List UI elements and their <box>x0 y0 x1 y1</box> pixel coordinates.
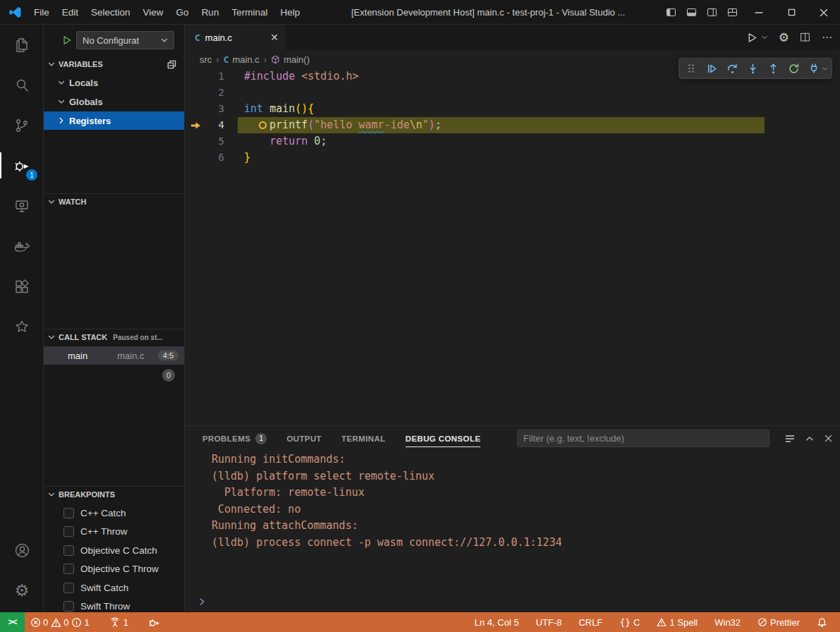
ports-status[interactable]: 1 <box>104 612 134 632</box>
code-editor[interactable]: 1#include <stdio.h>23int main(){4 printf… <box>185 68 840 400</box>
inline-breakpoint-icon[interactable] <box>259 121 267 129</box>
menu-terminal[interactable]: Terminal <box>225 0 274 24</box>
breadcrumb-file[interactable]: C main.c <box>224 54 260 65</box>
platform-status[interactable]: Win32 <box>709 612 746 632</box>
toggle-panel-icon[interactable] <box>681 0 702 25</box>
maximize-button[interactable] <box>775 0 808 25</box>
toggle-secondary-sidebar-icon[interactable] <box>702 0 722 25</box>
start-debug-play-icon[interactable] <box>62 35 72 45</box>
debug-current-line-arrow-icon[interactable] <box>185 117 206 133</box>
menu-edit[interactable]: Edit <box>56 0 85 24</box>
breakpoint-checkbox[interactable] <box>63 508 74 518</box>
variables-scope-registers[interactable]: Registers <box>44 111 184 130</box>
menu-go[interactable]: Go <box>170 0 195 24</box>
code-line-6[interactable]: 6} <box>185 150 840 166</box>
sidebar-item-favorites[interactable] <box>0 306 44 346</box>
sidebar-item-run-and-debug[interactable]: 1 <box>0 145 44 186</box>
variables-scope-locals[interactable]: Locals <box>44 73 184 92</box>
breakpoint-gutter[interactable] <box>185 133 206 150</box>
drag-grip-icon[interactable] <box>683 60 700 77</box>
menu-file[interactable]: File <box>28 0 56 24</box>
breakpoint-item[interactable]: Swift Throw <box>44 597 184 613</box>
settings-button[interactable]: ⚙ <box>0 571 44 611</box>
code-line-3[interactable]: 3int main(){ <box>185 101 840 117</box>
breakpoint-item[interactable]: C++ Catch <box>44 504 184 523</box>
menu-help[interactable]: Help <box>274 0 306 24</box>
close-icon[interactable]: ✕ <box>270 32 279 43</box>
collapse-all-icon[interactable] <box>166 59 177 70</box>
console-prompt-chevron-icon[interactable] <box>197 597 207 607</box>
minimize-button[interactable] <box>743 0 775 25</box>
gear-icon[interactable]: ⚙ <box>779 32 789 44</box>
breakpoint-item[interactable]: C++ Throw <box>44 523 184 542</box>
watch-section-header[interactable]: WATCH <box>44 194 184 209</box>
breakpoints-section-header[interactable]: BREAKPOINTS <box>44 487 184 502</box>
notifications-button[interactable] <box>811 612 833 632</box>
sidebar-item-docker[interactable] <box>0 226 44 266</box>
code-line-4[interactable]: 4 printf("hello wamr-ide\n"); <box>185 117 840 133</box>
tab-terminal[interactable]: TERMINAL <box>341 426 386 451</box>
breakpoint-gutter[interactable] <box>185 150 206 166</box>
chevron-down-icon[interactable] <box>822 66 828 72</box>
breakpoint-checkbox[interactable] <box>63 564 74 574</box>
variables-scope-globals[interactable]: Globals <box>44 92 184 111</box>
code-line-2[interactable]: 2 <box>185 85 840 101</box>
close-window-button[interactable] <box>808 0 840 25</box>
continue-icon[interactable] <box>703 60 720 77</box>
cursor-position[interactable]: Ln 4, Col 5 <box>469 612 525 632</box>
restart-icon[interactable] <box>785 60 802 77</box>
console-filter-input[interactable] <box>517 430 769 447</box>
call-stack-section-header[interactable]: CALL STACK Paused on st... <box>44 329 184 345</box>
split-editor-icon[interactable] <box>800 32 811 43</box>
disconnect-plug-icon[interactable] <box>805 60 822 77</box>
step-over-icon[interactable] <box>724 60 741 77</box>
spell-checker-status[interactable]: 1 Spell <box>651 612 703 632</box>
debug-configuration-select[interactable]: No Configurat <box>76 31 174 49</box>
step-out-icon[interactable] <box>765 60 781 77</box>
breakpoint-gutter[interactable] <box>185 85 206 101</box>
breakpoint-item[interactable]: Swift Catch <box>44 578 184 597</box>
close-icon[interactable] <box>824 434 833 443</box>
breakpoint-checkbox[interactable] <box>63 526 74 537</box>
breakpoint-checkbox[interactable] <box>63 545 74 556</box>
breadcrumb-symbol[interactable]: main() <box>271 54 310 65</box>
breakpoint-checkbox[interactable] <box>63 601 74 612</box>
menu-selection[interactable]: Selection <box>85 0 137 24</box>
sidebar-item-remote-explorer[interactable] <box>0 186 44 226</box>
sidebar-item-explorer[interactable] <box>0 25 44 65</box>
call-stack-frame[interactable]: main main.c 4:5 <box>44 346 184 365</box>
toggle-sidebar-icon[interactable] <box>661 0 681 25</box>
chevron-up-icon[interactable] <box>805 434 815 444</box>
customize-layout-icon[interactable] <box>722 0 743 25</box>
breadcrumb-src[interactable]: src <box>200 54 212 65</box>
eol-status[interactable]: CRLF <box>573 612 608 632</box>
encoding-status[interactable]: UTF-8 <box>530 612 568 632</box>
breakpoint-item[interactable]: Objective C Catch <box>44 541 184 560</box>
step-into-icon[interactable] <box>744 60 761 77</box>
tab-problems[interactable]: PROBLEMS 1 <box>202 426 267 451</box>
sidebar-item-extensions[interactable] <box>0 266 44 306</box>
chevron-down-icon[interactable] <box>761 34 768 41</box>
more-actions-icon[interactable]: ⋯ <box>822 31 833 44</box>
problems-status[interactable]: 0 0 1 <box>25 612 95 632</box>
tab-debug-console[interactable]: DEBUG CONSOLE <box>406 426 481 451</box>
debug-status[interactable] <box>142 612 166 632</box>
run-file-play-icon[interactable] <box>747 32 757 43</box>
remote-indicator[interactable]: >< <box>0 612 25 632</box>
breakpoint-gutter[interactable] <box>185 101 206 117</box>
tab-output[interactable]: OUTPUT <box>286 426 322 451</box>
tab-main-c[interactable]: C main.c ✕ <box>185 25 286 50</box>
accounts-button[interactable] <box>0 530 44 571</box>
output-lines-icon[interactable] <box>784 433 796 444</box>
variables-section-header[interactable]: VARIABLES <box>44 56 184 72</box>
code-line-5[interactable]: 5 return 0; <box>185 133 840 150</box>
menu-view[interactable]: View <box>137 0 170 24</box>
sidebar-item-search[interactable] <box>0 65 44 105</box>
sidebar-item-source-control[interactable] <box>0 105 44 145</box>
breakpoint-checkbox[interactable] <box>63 583 74 593</box>
breakpoint-gutter[interactable] <box>185 68 206 85</box>
breakpoint-item[interactable]: Objective C Throw <box>44 560 184 579</box>
language-mode[interactable]: {} C <box>614 612 645 632</box>
formatter-status[interactable]: Prettier <box>752 612 805 632</box>
menu-run[interactable]: Run <box>195 0 226 24</box>
